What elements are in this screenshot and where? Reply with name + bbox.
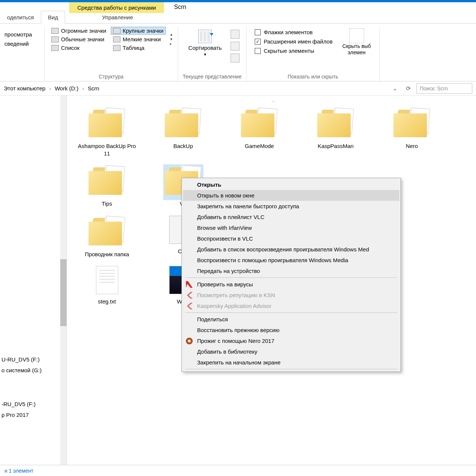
hide-icon	[349, 28, 364, 43]
menu-play-vlc[interactable]: Воспроизвести в VLC	[183, 233, 399, 244]
tabs-row: Средства работы с рисунками Scrn оделить…	[0, 2, 476, 24]
breadcrumb-pc[interactable]: Этот компьютер	[4, 85, 45, 91]
ribbon-group-label-panes	[4, 78, 40, 81]
group-by-icon[interactable]	[231, 30, 239, 39]
folder-gamemode[interactable]: GameMode	[227, 107, 292, 157]
sort-icon	[198, 30, 212, 43]
check-item-flags[interactable]: Флажки элементов	[255, 29, 332, 35]
menu-restore-previous[interactable]: Восстановить прежнюю версию	[183, 325, 399, 335]
ribbon-group-panes: просмотра сведений	[0, 27, 45, 81]
ribbon-group-label-showhide: Показать или скрыть	[251, 72, 374, 81]
normal-icons-icon	[51, 36, 59, 42]
ribbon-group-layout: Огромные значки Обычные значки Список Кр…	[45, 27, 178, 81]
search-input[interactable]: Поиск: Scrn	[416, 83, 472, 94]
sidebar-item-pro2017[interactable]: p Pro 2017	[0, 409, 60, 420]
layout-scroll[interactable]: ▲▼▾	[170, 27, 173, 52]
sidebar-item-drive-f[interactable]: U-RU_DV5 (F:)	[0, 354, 60, 365]
breadcrumb-drive[interactable]: Work (D:)	[55, 85, 78, 91]
window-title: Scrn	[171, 2, 189, 12]
text-file-icon	[96, 266, 118, 294]
ribbon-group-label-layout: Структура	[49, 72, 173, 81]
tab-share[interactable]: оделиться	[0, 11, 41, 24]
breadcrumb[interactable]: Этот компьютер › Work (D:) › Scrn	[4, 85, 387, 91]
refresh-icon[interactable]: ⟳	[403, 83, 414, 94]
breadcrumb-dropdown-icon[interactable]: ⌄	[390, 83, 400, 94]
menu-separator	[185, 277, 397, 278]
chevron-right-icon[interactable]: ›	[82, 85, 84, 91]
huge-icons-icon	[51, 28, 59, 34]
menu-browse-irfanview[interactable]: Browse with IrfanView	[183, 222, 399, 233]
list-icon	[51, 45, 59, 51]
breadcrumb-folder[interactable]: Scrn	[88, 85, 99, 91]
folder-tips[interactable]: Tips	[74, 164, 139, 208]
check-item-hidden[interactable]: Скрытые элементы	[255, 48, 332, 54]
menu-pin-quick-access[interactable]: Закрепить на панели быстрого доступа	[183, 201, 399, 212]
menu-share[interactable]: Поделиться	[183, 314, 399, 325]
nero-icon	[186, 338, 193, 344]
folder-nero[interactable]: Nero	[379, 107, 444, 157]
sidebar-item-drive-g[interactable]: о системой (G:)	[0, 365, 60, 376]
menu-kaspersky-advisor[interactable]: Kaspersky Application Advisor	[183, 300, 399, 311]
folder-ashampoo[interactable]: Ashampoo BackUp Pro 11	[74, 107, 139, 157]
sidebar: U-RU_DV5 (F:) о системой (G:) -RU_DV5 (F…	[0, 96, 67, 465]
statusbar: н 1 элемент	[0, 465, 476, 476]
layout-normal-icons[interactable]: Обычные значки	[49, 35, 109, 43]
ribbon-group-currentview: Сортировать ▼ Текущее представление	[178, 27, 247, 81]
checkbox-icon	[255, 29, 261, 35]
hide-selected-button[interactable]: Скрыть выбэлемен	[338, 27, 374, 57]
kaspersky-icon	[186, 281, 193, 288]
small-icons-icon	[113, 36, 120, 42]
ribbon-group-showhide: Флажки элементов ✓Расширения имен файлов…	[247, 27, 379, 81]
layout-table[interactable]: Таблица	[111, 44, 166, 52]
file-steg-txt[interactable]: steg.txt	[74, 265, 139, 305]
folder-provodnik[interactable]: Проводник папка	[74, 215, 139, 258]
folder-backup[interactable]: BackUp	[151, 107, 216, 157]
menu-burn-nero[interactable]: Прожиг с помощью Nero 2017	[183, 335, 399, 346]
chevron-right-icon[interactable]: ›	[49, 85, 51, 91]
context-menu: Открыть Открыть в новом окне Закрепить н…	[181, 178, 401, 372]
menu-pin-start[interactable]: Закрепить на начальном экране	[183, 357, 399, 368]
ribbon: просмотра сведений Огромные значки Обычн…	[0, 24, 476, 81]
layout-list[interactable]: Список	[49, 44, 109, 52]
menu-play-wmp[interactable]: Воспроизвести с помощью проигрывателя Wi…	[183, 255, 399, 266]
sidebar-lower: -RU_DV5 (F:) p Pro 2017	[0, 399, 60, 420]
menu-open-new-window[interactable]: Открыть в новом окне	[183, 190, 399, 201]
layout-huge-icons[interactable]: Огромные значки	[49, 27, 109, 35]
menu-add-to-library[interactable]: Добавить в библиотеку	[183, 346, 399, 357]
menu-add-wmp-playlist[interactable]: Добавить в список воспроизведения проигр…	[183, 244, 399, 255]
folder-kasppassman[interactable]: KaspPassMan	[303, 107, 368, 157]
check-item-extensions[interactable]: ✓Расширения имен файлов	[255, 38, 332, 45]
statusbar-text: н 1 элемент	[4, 468, 33, 474]
layout-large-icons[interactable]: Крупные значки	[111, 27, 166, 35]
menu-separator	[185, 312, 397, 313]
scroll-up-icon[interactable]: ︿	[271, 98, 276, 104]
menu-open[interactable]: Открыть	[183, 179, 399, 190]
tab-view[interactable]: Вид	[41, 11, 65, 24]
menu-ksn-reputation[interactable]: Посмотреть репутацию в KSN	[183, 290, 399, 300]
layout-small-icons[interactable]: Мелкие значки	[111, 35, 166, 43]
checkbox-icon	[255, 48, 261, 54]
large-icons-icon	[113, 28, 120, 34]
sidebar-item-drive-f2[interactable]: -RU_DV5 (F:)	[0, 399, 60, 409]
checkbox-checked-icon: ✓	[255, 39, 261, 45]
kaspersky-icon	[186, 303, 193, 309]
menu-scan-virus[interactable]: Проверить на вирусы	[183, 279, 399, 290]
sidebar-scrollbar-thumb[interactable]	[60, 259, 67, 326]
size-columns-icon[interactable]	[231, 54, 239, 62]
menu-separator	[185, 369, 397, 369]
table-icon	[113, 45, 120, 51]
kaspersky-icon	[186, 292, 193, 299]
menu-add-vlc-playlist[interactable]: Добавить в плейлист VLC	[183, 212, 399, 222]
sort-button[interactable]: Сортировать ▼	[185, 28, 226, 58]
ribbon-group-label-currentview: Текущее представление	[183, 72, 242, 81]
tab-manage[interactable]: Управление	[95, 11, 140, 24]
sidebar-upper: U-RU_DV5 (F:) о системой (G:)	[0, 354, 60, 376]
breadcrumb-bar: Этот компьютер › Work (D:) › Scrn ⌄ ⟳ По…	[0, 81, 476, 96]
menu-cast-to-device[interactable]: Передать на устройство	[183, 266, 399, 276]
details-pane-label[interactable]: сведений	[4, 39, 40, 48]
add-columns-icon[interactable]	[231, 42, 239, 51]
preview-pane-label[interactable]: просмотра	[4, 30, 40, 39]
